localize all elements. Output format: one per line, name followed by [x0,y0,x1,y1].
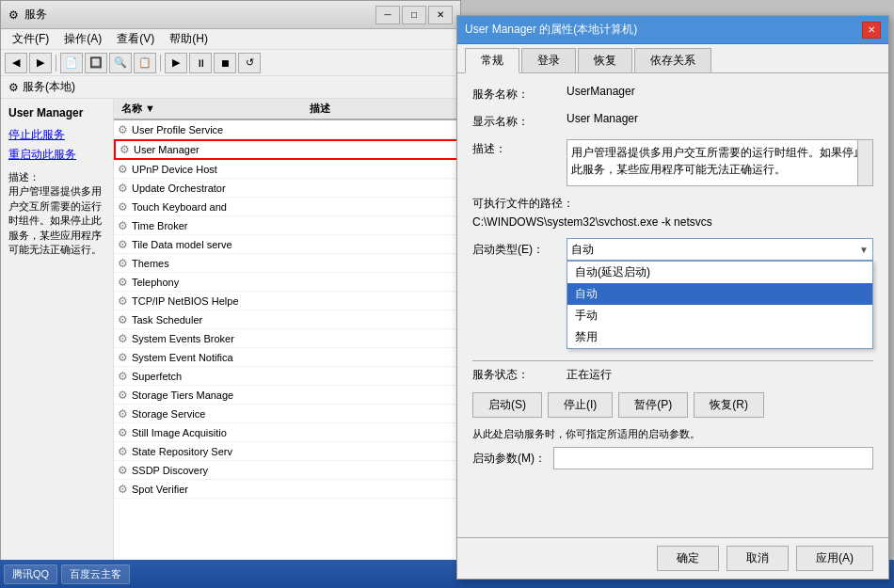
desc-header: 描述： [8,171,40,183]
service-name-text: Themes [132,258,169,269]
option-disabled[interactable]: 禁用 [567,326,872,348]
service-name-text: UPnP Device Host [132,164,217,175]
service-status-label: 服务状态： [472,367,567,383]
toolbar-btn3[interactable]: 🔍 [109,53,132,73]
forward-button[interactable]: ▶ [29,53,52,73]
dialog-title-text: User Manager 的属性(本地计算机) [465,22,637,38]
tab-general[interactable]: 常规 [465,48,519,73]
list-item[interactable]: ⚙ Time Broker [114,216,460,235]
dialog-close-button[interactable]: ✕ [862,22,881,39]
col-name-header[interactable]: 名称 ▼ [118,101,306,117]
list-item[interactable]: ⚙ Touch Keyboard and [114,198,460,216]
stop-button[interactable]: 停止(I) [548,392,613,418]
properties-dialog: User Manager 的属性(本地计算机) ✕ 常规 登录 恢复 依存关系 … [456,15,889,580]
toolbar-btn2[interactable]: 🔲 [85,53,107,73]
dialog-footer: 确定 取消 应用(A) [457,537,888,579]
start-params-input[interactable] [553,447,873,469]
list-item[interactable]: ⚙ Still Image Acquisitio [114,423,460,442]
list-item[interactable]: ⚙ Telephony [114,273,460,292]
gear-icon: ⚙ [118,123,128,136]
start-params-row: 启动参数(M)： [472,447,873,469]
list-item[interactable]: ⚙ System Event Notifica [114,348,460,367]
dialog-tabs: 常规 登录 恢复 依存关系 [457,44,888,73]
toolbar-sep2 [160,55,161,72]
gear-icon: ⚙ [118,200,128,214]
restart-service-link[interactable]: 重启动此服务 [8,147,105,163]
desc-value: 用户管理器提供多用户交互所需要的运行时组件。如果停止此服务，某些应用程序可能无法… [567,139,873,186]
tab-dependencies[interactable]: 依存关系 [634,48,711,72]
toolbar-stop[interactable]: ⏹ [214,53,236,73]
toolbar-sep1 [56,55,56,72]
menu-file[interactable]: 文件(F) [5,29,56,49]
list-item[interactable]: ⚙ State Repository Serv [114,442,460,461]
pause-button[interactable]: 暂停(P) [618,392,688,418]
gear-icon: ⚙ [118,483,128,496]
minimize-button[interactable]: ─ [375,6,400,24]
gear-icon: ⚙ [118,294,128,308]
list-item[interactable]: ⚙ User Profile Service [114,120,460,139]
desc-row: 描述： 用户管理器提供多用户交互所需要的运行时组件。如果停止此服务，某些应用程序… [472,139,873,186]
list-item[interactable]: ⚙ Update Orchestrator [114,179,460,198]
startup-type-dropdown[interactable]: 自动 ▼ [567,238,873,261]
startup-type-row: 启动类型(E)： 自动 ▼ 自动(延迟启动) 自动 手动 禁用 [472,238,873,261]
taskbar-item-baidu[interactable]: 百度云主客 [61,564,130,584]
cancel-button[interactable]: 取消 [726,546,789,571]
list-item[interactable]: ⚙ TCP/IP NetBIOS Helpe [114,292,460,310]
col-desc-header[interactable]: 描述 [306,101,456,117]
toolbar-play[interactable]: ▶ [165,53,187,73]
display-name-row: 显示名称： User Manager [472,112,873,130]
list-item[interactable]: ⚙ Themes [114,254,460,273]
menu-bar: 文件(F) 操作(A) 查看(V) 帮助(H) [1,29,460,50]
toolbar-pause[interactable]: ⏸ [189,53,212,73]
stop-service-link[interactable]: 停止此服务 [8,127,105,143]
gear-icon: ⚙ [118,276,128,289]
service-name-text: Touch Keyboard and [132,201,227,213]
startup-type-label: 启动类型(E)： [472,242,567,258]
taskbar-item-qq[interactable]: 腾讯QQ [4,564,57,584]
option-auto-delayed[interactable]: 自动(延迟启动) [567,262,872,283]
list-item[interactable]: ⚙ System Events Broker [114,329,460,348]
apply-button[interactable]: 应用(A) [796,546,873,571]
resume-button[interactable]: 恢复(R) [694,392,764,418]
menu-view[interactable]: 查看(V) [109,29,162,49]
list-item[interactable]: ⚙ Storage Service [114,405,460,423]
start-button[interactable]: 启动(S) [472,392,542,418]
toolbar-btn4[interactable]: 📋 [134,53,156,73]
option-manual[interactable]: 手动 [567,305,872,326]
titlebar-controls: ─ □ ✕ [375,6,453,24]
services-window: ⚙ 服务 ─ □ ✕ 文件(F) 操作(A) 查看(V) 帮助(H) ◀ ▶ 📄… [0,0,461,574]
list-item[interactable]: ⚙ Spot Verifier [114,480,460,499]
list-item-user-manager[interactable]: ⚙ User Manager [114,139,460,160]
action-buttons-row: 启动(S) 停止(I) 暂停(P) 恢复(R) [472,392,873,418]
dropdown-arrow-icon: ▼ [859,245,869,255]
service-name-text: System Event Notifica [132,352,233,363]
toolbar-btn1[interactable]: 📄 [60,53,83,73]
desc-scrollbar[interactable] [857,140,872,185]
maximize-button[interactable]: □ [402,6,426,24]
list-item[interactable]: ⚙ Task Scheduler [114,310,460,329]
tab-recovery[interactable]: 恢复 [578,48,632,72]
service-name-text: Telephony [132,277,179,288]
close-button[interactable]: ✕ [428,6,453,24]
service-name-text: User Manager [134,144,200,155]
column-headers: 名称 ▼ 描述 [114,99,460,120]
list-item[interactable]: ⚙ Tile Data model serve [114,235,460,254]
list-item[interactable]: ⚙ UPnP Device Host [114,160,460,179]
toolbar: ◀ ▶ 📄 🔲 🔍 📋 ▶ ⏸ ⏹ ↺ [1,50,460,76]
start-params-label: 启动参数(M)： [472,451,546,467]
service-name-text: Tile Data model serve [132,239,232,250]
option-auto[interactable]: 自动 [567,283,872,305]
toolbar-restart[interactable]: ↺ [238,53,261,73]
list-item[interactable]: ⚙ SSDP Discovery [114,461,460,480]
ok-button[interactable]: 确定 [657,546,719,571]
back-button[interactable]: ◀ [5,53,27,73]
breadcrumb-text: 服务(本地) [23,79,75,95]
menu-help[interactable]: 帮助(H) [162,29,216,49]
menu-action[interactable]: 操作(A) [56,29,109,49]
gear-icon: ⚙ [118,351,128,364]
list-item[interactable]: ⚙ Superfetch [114,367,460,386]
list-item[interactable]: ⚙ Storage Tiers Manage [114,386,460,405]
tab-login[interactable]: 登录 [521,48,576,72]
services-title-icon: ⚙ [8,8,19,22]
gear-icon: ⚙ [118,182,128,195]
